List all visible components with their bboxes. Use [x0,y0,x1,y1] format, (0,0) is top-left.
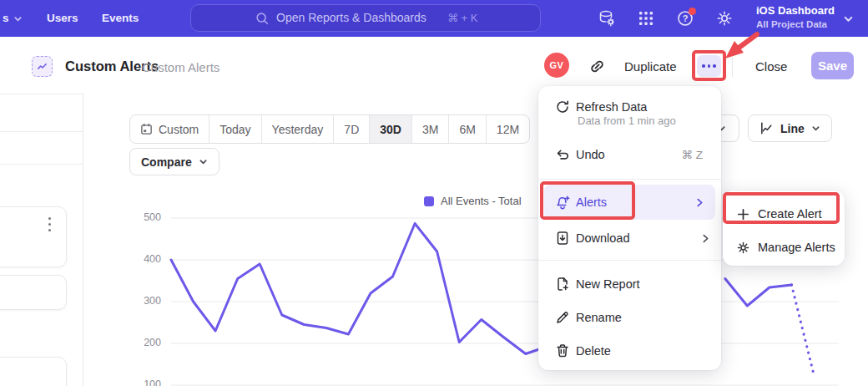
more-options-button[interactable] [697,55,721,77]
share-link-icon[interactable] [588,57,607,76]
y-axis-tick: 400 [124,253,161,265]
menu-item-new-report[interactable]: New Report [538,269,721,299]
y-axis-tick: 100 [124,378,161,386]
range-option-today[interactable]: Today [209,115,260,143]
compare-button[interactable]: Compare [129,148,220,175]
range-option-6m[interactable]: 6M [448,115,485,143]
range-option-custom[interactable]: Custom [130,115,209,143]
alerts-bell-icon [555,195,570,210]
search-input[interactable]: Open Reports & Dashboards ⌘ + K [190,4,541,32]
undo-icon [555,147,570,162]
menu-item-delete[interactable]: Delete [538,336,721,366]
sidebar-card[interactable] [0,357,67,386]
report-type-icon [32,56,53,77]
close-button[interactable]: Close [755,59,787,74]
settings-gear-icon[interactable] [715,9,734,28]
date-range-control: CustomTodayYesterday7D30D3M6M12M [129,114,530,144]
chevron-down-icon[interactable] [843,13,854,24]
project-name[interactable]: iOS Dashboard [756,4,835,17]
refresh-icon [555,99,570,114]
nav-item-users[interactable]: Users [47,0,78,37]
range-option-30d[interactable]: 30D [369,115,411,143]
range-option-12m[interactable]: 12M [486,115,529,143]
gear-icon [736,241,750,255]
menu-item-alerts[interactable]: Alerts [544,185,715,220]
header-divider [732,57,733,77]
rename-pencil-icon [555,310,570,325]
sidebar-divider [83,94,83,386]
submenu-item-create-alert[interactable]: Create Alert [728,199,840,229]
sidebar-row-divider [0,164,83,165]
chevron-down-icon [13,14,23,23]
top-navbar: s Users Events Open Reports & Dashboards… [0,0,868,37]
avatar[interactable]: GV [544,53,569,78]
sidebar-row-divider [0,94,83,94]
app-window: 100200300400500 All Events - Total s Use… [0,0,868,386]
chevron-down-icon [811,124,820,133]
project-scope: All Project Data [756,19,827,29]
duplicate-button[interactable]: Duplicate [624,59,677,74]
svg-text:?: ? [683,13,689,23]
chevron-right-icon [695,198,704,207]
menu-item-rename[interactable]: Rename [538,302,721,333]
range-option-yesterday[interactable]: Yesterday [261,115,334,143]
delete-trash-icon [555,343,570,358]
kebab-menu-icon[interactable] [48,217,51,231]
search-shortcut: ⌘ + K [447,5,478,31]
nav-item-events[interactable]: Events [102,0,139,37]
alerts-submenu: Create Alert Manage Alerts [723,190,845,266]
save-button[interactable]: Save [811,52,854,79]
y-axis-tick: 500 [124,211,161,223]
refresh-data-subtitle: Data from 1 min ago [578,114,676,127]
chart-legend: All Events - Total [424,195,522,207]
menu-divider [538,260,721,261]
legend-label: All Events - Total [441,195,522,207]
undo-shortcut: ⌘ Z [682,148,704,161]
menu-item-undo[interactable]: Undo ⌘ Z [538,140,721,169]
calendar-icon [140,123,153,135]
nav-item-boards-truncated[interactable]: s [3,0,23,37]
context-menu: Refresh Data Data from 1 min ago Undo ⌘ … [538,86,721,370]
search-placeholder: Open Reports & Dashboards [276,5,426,31]
menu-item-download[interactable]: Download [538,223,721,253]
search-icon [255,11,270,26]
breadcrumb: Custom Alerts [142,60,220,74]
range-option-3m[interactable]: 3M [411,115,448,143]
data-management-icon[interactable] [598,9,616,28]
y-axis-tick: 300 [124,295,161,307]
mini-line-chart-icon [36,60,48,73]
legend-swatch [424,196,434,206]
download-icon [555,231,570,246]
line-chart-icon [760,121,774,135]
sidebar-card[interactable] [0,275,67,310]
new-report-icon [555,277,570,292]
submenu-item-manage-alerts[interactable]: Manage Alerts [728,232,840,262]
apps-grid-icon[interactable] [637,9,655,28]
chevron-down-icon [199,157,208,166]
menu-divider [538,179,721,180]
range-option-7d[interactable]: 7D [333,115,369,143]
sidebar-card[interactable] [0,206,67,267]
sidebar-row-divider [0,131,83,132]
chart-type-button[interactable]: Line [748,114,832,142]
y-axis-tick: 200 [124,337,161,348]
notification-badge [689,8,696,15]
plus-icon [736,207,750,221]
chevron-right-icon [701,234,710,243]
